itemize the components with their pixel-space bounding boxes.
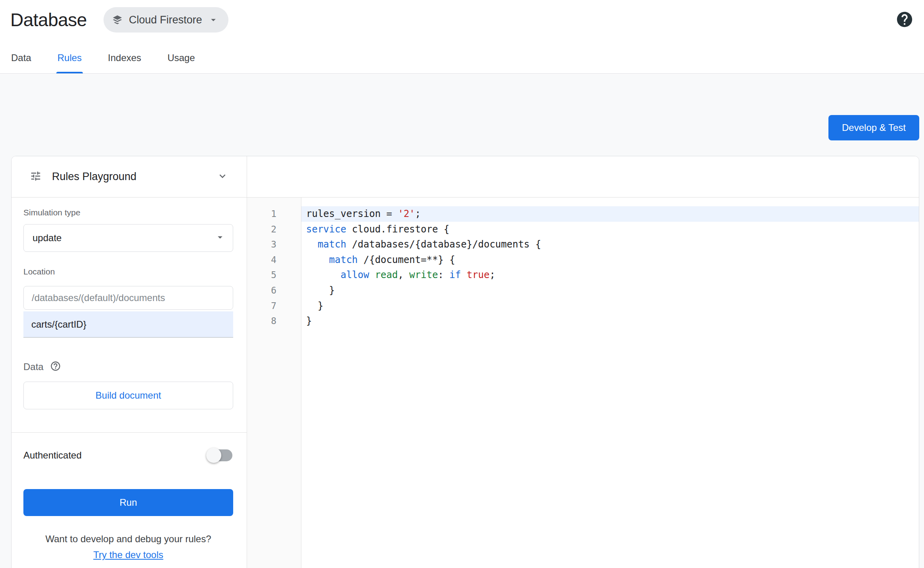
authenticated-toggle[interactable]: [206, 448, 233, 463]
playground-form: Simulation type update Location carts/{c…: [12, 198, 247, 432]
tab-data[interactable]: Data: [11, 42, 31, 73]
line-number: 4: [247, 252, 301, 268]
rules-playground-header[interactable]: Rules Playground: [12, 156, 247, 198]
line-number: 6: [247, 283, 301, 298]
code-line[interactable]: rules_version = '2';: [301, 206, 919, 222]
line-number: 3: [247, 237, 301, 252]
line-number: 5: [247, 267, 301, 283]
code-line[interactable]: match /{document=**} {: [301, 252, 919, 268]
page-header: Database Cloud Firestore: [0, 0, 924, 74]
help-button[interactable]: [895, 10, 914, 30]
tab-bar: Data Rules Indexes Usage: [0, 40, 924, 74]
run-button[interactable]: Run: [23, 489, 233, 516]
line-number: 8: [247, 313, 301, 329]
line-number: 1: [247, 206, 301, 222]
title-row: Database Cloud Firestore: [0, 0, 924, 40]
product-selector-label: Cloud Firestore: [129, 14, 202, 26]
rules-playground-panel: Rules Playground Simulation type update: [12, 156, 247, 568]
build-document-button[interactable]: Build document: [23, 382, 233, 409]
help-outline-icon: [50, 361, 61, 373]
authenticated-row: Authenticated: [23, 442, 233, 468]
data-help-button[interactable]: [50, 361, 61, 373]
firestore-database-page: Database Cloud Firestore: [0, 0, 924, 568]
location-input[interactable]: [23, 286, 233, 310]
code-line[interactable]: allow read, write: if true;: [301, 267, 919, 283]
playground-run-section: Authenticated Run Want to develop and de…: [12, 433, 247, 568]
select-caret-icon: [215, 232, 226, 244]
code-line[interactable]: }: [301, 298, 919, 314]
chevron-down-icon: [208, 14, 219, 25]
code-line[interactable]: }: [301, 313, 919, 329]
code-line[interactable]: match /databases/{database}/documents {: [301, 237, 919, 252]
firestore-icon: [111, 14, 123, 26]
toggle-thumb: [206, 448, 221, 463]
content-area: Develop & Test Rules Playground: [0, 74, 924, 568]
simulation-type-value: update: [33, 232, 215, 244]
data-row: Data: [23, 361, 233, 373]
tab-indexes[interactable]: Indexes: [108, 42, 141, 73]
dev-tools-link[interactable]: Try the dev tools: [23, 549, 233, 560]
rules-editor-panel: 12345678 rules_version = '2';service clo…: [247, 156, 919, 568]
data-label: Data: [23, 362, 44, 372]
authenticated-label: Authenticated: [23, 450, 82, 461]
tab-usage[interactable]: Usage: [167, 42, 195, 73]
dev-tools-prompt: Want to develop and debug your rules?: [23, 533, 233, 545]
code-line[interactable]: service cloud.firestore {: [301, 222, 919, 237]
line-number: 7: [247, 298, 301, 314]
location-label: Location: [23, 267, 233, 276]
product-selector-chip[interactable]: Cloud Firestore: [104, 7, 228, 33]
rules-playground-title: Rules Playground: [52, 171, 136, 183]
editor-header: [247, 156, 919, 198]
rules-card: Rules Playground Simulation type update: [11, 156, 919, 568]
help-icon: [895, 10, 914, 30]
collapse-chevron-icon[interactable]: [217, 170, 228, 184]
tab-rules[interactable]: Rules: [58, 42, 82, 73]
simulation-type-select[interactable]: update: [23, 224, 233, 252]
line-number: 2: [247, 222, 301, 237]
page-title: Database: [10, 9, 87, 31]
develop-test-button[interactable]: Develop & Test: [828, 115, 919, 140]
rules-editor[interactable]: 12345678 rules_version = '2';service clo…: [247, 198, 919, 568]
simulation-type-label: Simulation type: [23, 208, 233, 217]
editor-gutter: 12345678: [247, 198, 301, 568]
editor-code[interactable]: rules_version = '2';service cloud.firest…: [301, 198, 919, 568]
location-path-segment[interactable]: carts/{cartID}: [23, 311, 233, 338]
tune-icon: [30, 170, 42, 184]
code-line[interactable]: }: [301, 283, 919, 298]
